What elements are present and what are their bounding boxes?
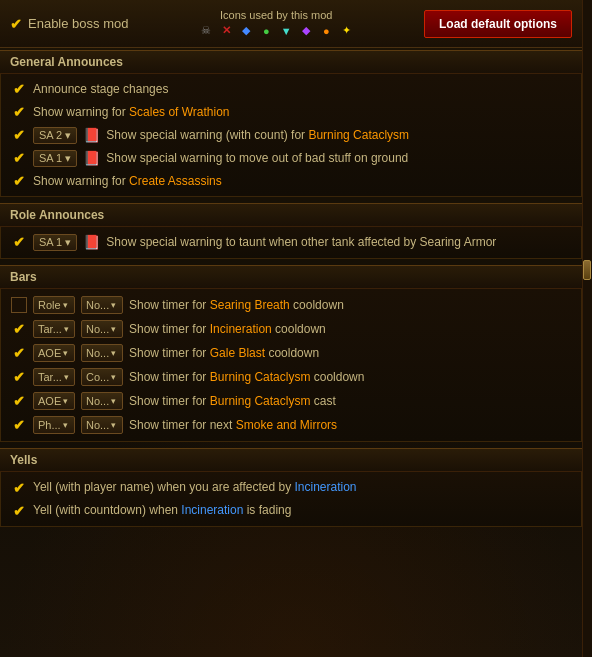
icons-row: ☠ ✕ ◆ ● ▼ ◆ ● ✦ bbox=[198, 23, 354, 39]
bar-row: ✔ Tar... ▾ Co... ▾ Show timer for Burnin… bbox=[9, 365, 573, 389]
highlight-text: Searing Breath bbox=[210, 298, 290, 312]
bar-type-dropdown[interactable]: AOE ▾ bbox=[33, 392, 75, 410]
diamond-blue-icon: ◆ bbox=[238, 23, 254, 39]
warn-icon: 📕 bbox=[83, 127, 100, 143]
bar-row: ✔ AOE ▾ No... ▾ Show timer for Burning C… bbox=[9, 389, 573, 413]
row-text: Show timer for next Smoke and Mirrors bbox=[129, 417, 571, 434]
x-icon: ✕ bbox=[218, 23, 234, 39]
bar-type-dropdown[interactable]: Tar... ▾ bbox=[33, 320, 75, 338]
row-checkbox[interactable]: ✔ bbox=[11, 81, 27, 97]
general-announces-content: ✔ Announce stage changes ✔ Show warning … bbox=[0, 74, 582, 197]
sa-badge-dropdown[interactable]: SA 2 ▾ bbox=[33, 127, 77, 144]
row-text: Show timer for Searing Breath cooldown bbox=[129, 297, 571, 314]
highlight-text: Burning Cataclysm bbox=[210, 370, 311, 384]
bar-row: ✔ Ph... ▾ No... ▾ Show timer for next Sm… bbox=[9, 413, 573, 437]
bars-header: Bars bbox=[0, 265, 582, 289]
header-bar: ✔ Enable boss mod Icons used by this mod… bbox=[0, 0, 582, 48]
announce-row: ✔ SA 1 ▾ 📕 Show special warning to move … bbox=[9, 147, 573, 170]
row-checkbox[interactable]: ✔ bbox=[11, 321, 27, 337]
star-yellow-icon: ✦ bbox=[338, 23, 354, 39]
row-text: Announce stage changes bbox=[33, 81, 571, 98]
diamond-purple-icon: ◆ bbox=[298, 23, 314, 39]
main-container: ✔ Enable boss mod Icons used by this mod… bbox=[0, 0, 592, 657]
row-text: Show timer for Incineration cooldown bbox=[129, 321, 571, 338]
scrollbar-thumb[interactable] bbox=[583, 260, 591, 280]
row-checkbox[interactable]: ✔ bbox=[11, 173, 27, 189]
announce-row: ✔ Announce stage changes bbox=[9, 78, 573, 101]
warn-icon: 📕 bbox=[83, 234, 100, 250]
highlight-text: Incineration bbox=[210, 322, 272, 336]
announce-row: ✔ SA 2 ▾ 📕 Show special warning (with co… bbox=[9, 124, 573, 147]
row-text: Show warning for Create Assassins bbox=[33, 173, 571, 190]
row-text: Show timer for Gale Blast cooldown bbox=[129, 345, 571, 362]
row-text: Show timer for Burning Cataclysm cast bbox=[129, 393, 571, 410]
yell-row: ✔ Yell (with countdown) when Incineratio… bbox=[9, 499, 573, 522]
row-text: Show special warning to move out of bad … bbox=[106, 150, 571, 167]
role-announces-header: Role Announces bbox=[0, 203, 582, 227]
row-text: Show warning for Scales of Wrathion bbox=[33, 104, 571, 121]
row-text: Show special warning (with count) for Bu… bbox=[106, 127, 571, 144]
sa-badge-dropdown[interactable]: SA 1 ▾ bbox=[33, 234, 77, 251]
row-text: Show timer for Burning Cataclysm cooldow… bbox=[129, 369, 571, 386]
general-announces-header: General Announces bbox=[0, 50, 582, 74]
yell-row: ✔ Yell (with player name) when you are a… bbox=[9, 476, 573, 499]
bar-color-dropdown[interactable]: No... ▾ bbox=[81, 296, 123, 314]
row-checkbox[interactable]: ✔ bbox=[11, 234, 27, 250]
bar-row: Role ▾ No... ▾ Show timer for Searing Br… bbox=[9, 293, 573, 317]
warn-icon: 📕 bbox=[83, 150, 100, 166]
row-checkbox[interactable]: ✔ bbox=[11, 503, 27, 519]
yells-header: Yells bbox=[0, 448, 582, 472]
icons-title: Icons used by this mod bbox=[220, 9, 333, 21]
yells-content: ✔ Yell (with player name) when you are a… bbox=[0, 472, 582, 527]
row-checkbox[interactable]: ✔ bbox=[11, 393, 27, 409]
triangle-teal-icon: ▼ bbox=[278, 23, 294, 39]
bar-color-dropdown[interactable]: No... ▾ bbox=[81, 320, 123, 338]
bars-content: Role ▾ No... ▾ Show timer for Searing Br… bbox=[0, 289, 582, 442]
enable-boss-check[interactable]: ✔ bbox=[10, 16, 22, 32]
load-default-button[interactable]: Load default options bbox=[424, 10, 572, 38]
bar-color-dropdown[interactable]: Co... ▾ bbox=[81, 368, 123, 386]
bar-row: ✔ Tar... ▾ No... ▾ Show timer for Incine… bbox=[9, 317, 573, 341]
content-wrapper: ✔ Enable boss mod Icons used by this mod… bbox=[0, 0, 582, 527]
bar-color-dropdown[interactable]: No... ▾ bbox=[81, 344, 123, 362]
enable-boss-label: Enable boss mod bbox=[28, 16, 128, 31]
bar-type-dropdown[interactable]: Ph... ▾ bbox=[33, 416, 75, 434]
row-checkbox[interactable]: ✔ bbox=[11, 369, 27, 385]
row-checkbox[interactable]: ✔ bbox=[11, 150, 27, 166]
highlight-text: Smoke and Mirrors bbox=[236, 418, 337, 432]
sa-badge-dropdown[interactable]: SA 1 ▾ bbox=[33, 150, 77, 167]
bar-type-dropdown[interactable]: AOE ▾ bbox=[33, 344, 75, 362]
row-text: Yell (with player name) when you are aff… bbox=[33, 479, 571, 496]
highlight-text: Incineration bbox=[294, 480, 356, 494]
row-checkbox[interactable]: ✔ bbox=[11, 104, 27, 120]
bar-color-dropdown[interactable]: No... ▾ bbox=[81, 416, 123, 434]
bar-type-dropdown[interactable]: Tar... ▾ bbox=[33, 368, 75, 386]
highlight-assassins: Create Assassins bbox=[129, 174, 222, 188]
skull-icon: ☠ bbox=[198, 23, 214, 39]
role-announces-content: ✔ SA 1 ▾ 📕 Show special warning to taunt… bbox=[0, 227, 582, 259]
row-checkbox[interactable] bbox=[11, 297, 27, 313]
row-checkbox[interactable]: ✔ bbox=[11, 480, 27, 496]
row-checkbox[interactable]: ✔ bbox=[11, 127, 27, 143]
announce-row: ✔ Show warning for Scales of Wrathion bbox=[9, 101, 573, 124]
scrollbar[interactable] bbox=[582, 0, 592, 657]
announce-row: ✔ Show warning for Create Assassins bbox=[9, 170, 573, 193]
row-text: Show special warning to taunt when other… bbox=[106, 234, 571, 251]
highlight-text: Burning Cataclysm bbox=[210, 394, 311, 408]
icons-section: Icons used by this mod ☠ ✕ ◆ ● ▼ ◆ ● ✦ bbox=[198, 9, 354, 39]
row-checkbox[interactable]: ✔ bbox=[11, 417, 27, 433]
bar-row: ✔ AOE ▾ No... ▾ Show timer for Gale Blas… bbox=[9, 341, 573, 365]
announce-row-multiline: ✔ SA 1 ▾ 📕 Show special warning to taunt… bbox=[9, 231, 573, 254]
highlight-burning: Burning Cataclysm bbox=[308, 128, 409, 142]
row-text: Yell (with countdown) when Incineration … bbox=[33, 502, 571, 519]
enable-boss-section: ✔ Enable boss mod bbox=[10, 16, 128, 32]
row-checkbox[interactable]: ✔ bbox=[11, 345, 27, 361]
circle-green-icon: ● bbox=[258, 23, 274, 39]
highlight-text: Incineration bbox=[181, 503, 243, 517]
circle-orange-icon: ● bbox=[318, 23, 334, 39]
highlight-text: Gale Blast bbox=[210, 346, 265, 360]
bar-type-dropdown[interactable]: Role ▾ bbox=[33, 296, 75, 314]
highlight-scales: Scales of Wrathion bbox=[129, 105, 230, 119]
bar-color-dropdown[interactable]: No... ▾ bbox=[81, 392, 123, 410]
